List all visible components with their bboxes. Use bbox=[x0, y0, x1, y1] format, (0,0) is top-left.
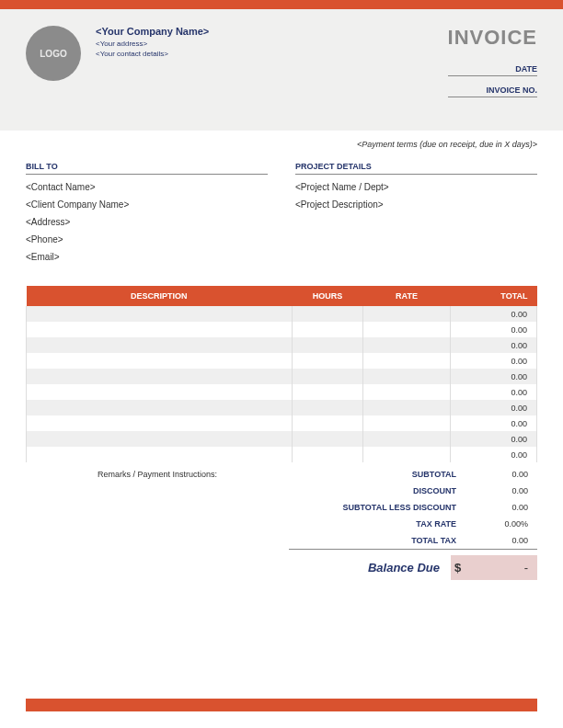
items-table: DESCRIPTION HOURS RATE TOTAL 0.000.000.0… bbox=[26, 286, 537, 462]
bill-to-company: <Client Company Name> bbox=[26, 199, 268, 210]
project-name: <Project Name / Dept> bbox=[295, 182, 537, 192]
payment-terms: <Payment terms (due on receipt, due in X… bbox=[0, 131, 563, 156]
date-label: DATE bbox=[448, 63, 537, 76]
header-total: TOTAL bbox=[450, 286, 536, 306]
company-info: <Your Company Name> <Your address> <Your… bbox=[96, 26, 448, 105]
bill-to-contact-name: <Contact Name> bbox=[26, 182, 268, 192]
below-table: Remarks / Payment Instructions: SUBTOTAL… bbox=[0, 462, 563, 580]
header-description: DESCRIPTION bbox=[27, 286, 293, 306]
tax-rate-value: 0.00% bbox=[469, 519, 534, 529]
cell-rate bbox=[363, 431, 450, 447]
balance-due-value: - bbox=[473, 555, 537, 580]
bill-to-email: <Email> bbox=[26, 252, 268, 262]
balance-due-row: Balance Due $ - bbox=[289, 555, 537, 580]
tax-rate-label: TAX RATE bbox=[293, 519, 469, 529]
project-details-column: PROJECT DETAILS <Project Name / Dept> <P… bbox=[295, 162, 537, 269]
items-table-wrap: DESCRIPTION HOURS RATE TOTAL 0.000.000.0… bbox=[0, 269, 563, 462]
cell-hours bbox=[292, 447, 363, 462]
tax-rate-row: TAX RATE 0.00% bbox=[289, 516, 537, 532]
cell-total: 0.00 bbox=[450, 306, 536, 322]
cell-total: 0.00 bbox=[450, 384, 536, 400]
balance-currency: $ bbox=[451, 555, 473, 580]
discount-value: 0.00 bbox=[469, 486, 534, 495]
cell-rate bbox=[363, 353, 450, 369]
subtotal-label: SUBTOTAL bbox=[293, 470, 469, 479]
cell-hours bbox=[292, 322, 363, 337]
subtotal-row: SUBTOTAL 0.00 bbox=[289, 466, 537, 483]
invoice-title-block: INVOICE DATE INVOICE NO. bbox=[448, 26, 537, 105]
details-row: BILL TO <Contact Name> <Client Company N… bbox=[0, 156, 563, 269]
cell-desc bbox=[27, 384, 293, 400]
less-discount-row: SUBTOTAL LESS DISCOUNT 0.00 bbox=[289, 499, 537, 516]
bill-to-phone: <Phone> bbox=[26, 234, 268, 245]
table-row: 0.00 bbox=[27, 306, 537, 322]
bottom-accent-bar bbox=[26, 699, 537, 711]
cell-hours bbox=[292, 415, 363, 431]
cell-desc bbox=[27, 447, 293, 462]
cell-hours bbox=[292, 431, 363, 447]
project-details-label: PROJECT DETAILS bbox=[295, 162, 537, 175]
cell-desc bbox=[27, 322, 293, 337]
bill-to-label: BILL TO bbox=[26, 162, 268, 175]
table-row: 0.00 bbox=[27, 384, 537, 400]
table-row: 0.00 bbox=[27, 447, 537, 462]
cell-rate bbox=[363, 306, 450, 322]
cell-total: 0.00 bbox=[450, 353, 536, 369]
cell-total: 0.00 bbox=[450, 337, 536, 353]
cell-total: 0.00 bbox=[450, 447, 536, 462]
table-row: 0.00 bbox=[27, 353, 537, 369]
company-address: <Your address> bbox=[96, 40, 448, 48]
cell-hours bbox=[292, 400, 363, 415]
cell-desc bbox=[27, 369, 293, 384]
invoice-title: INVOICE bbox=[448, 26, 537, 50]
company-name: <Your Company Name> bbox=[96, 26, 448, 37]
project-description: <Project Description> bbox=[295, 199, 537, 210]
cell-total: 0.00 bbox=[450, 322, 536, 337]
cell-total: 0.00 bbox=[450, 400, 536, 415]
cell-hours bbox=[292, 337, 363, 353]
cell-total: 0.00 bbox=[450, 415, 536, 431]
invoice-no-label: INVOICE NO. bbox=[448, 84, 537, 97]
cell-hours bbox=[292, 369, 363, 384]
less-discount-value: 0.00 bbox=[469, 503, 534, 512]
cell-desc bbox=[27, 337, 293, 353]
logo-placeholder: LOGO bbox=[26, 26, 81, 81]
cell-rate bbox=[363, 447, 450, 462]
remarks-label: Remarks / Payment Instructions: bbox=[26, 466, 289, 580]
company-contact: <Your contact details> bbox=[96, 50, 448, 58]
cell-rate bbox=[363, 337, 450, 353]
less-discount-label: SUBTOTAL LESS DISCOUNT bbox=[293, 503, 469, 512]
subtotal-value: 0.00 bbox=[469, 470, 534, 479]
cell-desc bbox=[27, 431, 293, 447]
cell-rate bbox=[363, 369, 450, 384]
total-tax-value: 0.00 bbox=[469, 536, 534, 545]
cell-hours bbox=[292, 306, 363, 322]
cell-total: 0.00 bbox=[450, 369, 536, 384]
table-row: 0.00 bbox=[27, 415, 537, 431]
table-row: 0.00 bbox=[27, 431, 537, 447]
balance-due-label: Balance Due bbox=[289, 561, 451, 574]
cell-total: 0.00 bbox=[450, 431, 536, 447]
header-block: LOGO <Your Company Name> <Your address> … bbox=[0, 9, 563, 131]
cell-hours bbox=[292, 384, 363, 400]
cell-rate bbox=[363, 400, 450, 415]
cell-hours bbox=[292, 353, 363, 369]
table-row: 0.00 bbox=[27, 369, 537, 384]
cell-desc bbox=[27, 400, 293, 415]
total-tax-label: TOTAL TAX bbox=[293, 536, 469, 545]
table-row: 0.00 bbox=[27, 337, 537, 353]
bill-to-address: <Address> bbox=[26, 217, 268, 227]
table-header-row: DESCRIPTION HOURS RATE TOTAL bbox=[27, 286, 537, 306]
cell-rate bbox=[363, 322, 450, 337]
cell-desc bbox=[27, 306, 293, 322]
table-row: 0.00 bbox=[27, 400, 537, 415]
cell-rate bbox=[363, 415, 450, 431]
top-accent-bar bbox=[0, 0, 563, 9]
cell-desc bbox=[27, 353, 293, 369]
totals-column: SUBTOTAL 0.00 DISCOUNT 0.00 SUBTOTAL LES… bbox=[289, 466, 537, 580]
header-hours: HOURS bbox=[292, 286, 363, 306]
bill-to-column: BILL TO <Contact Name> <Client Company N… bbox=[26, 162, 268, 269]
table-row: 0.00 bbox=[27, 322, 537, 337]
discount-label: DISCOUNT bbox=[293, 486, 469, 495]
discount-row: DISCOUNT 0.00 bbox=[289, 483, 537, 499]
